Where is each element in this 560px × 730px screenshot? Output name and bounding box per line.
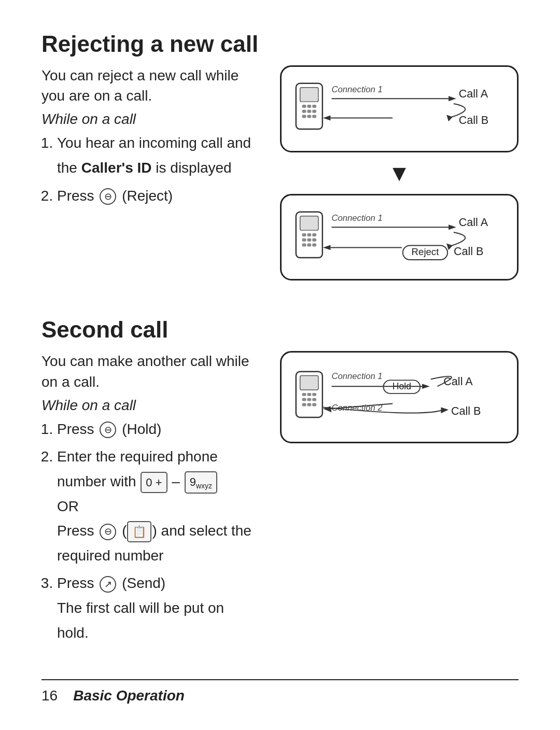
svg-rect-24	[302, 238, 306, 242]
send-button-icon[interactable]: ↗	[100, 576, 116, 593]
reject-diagram-top: Connection 1 Call A Call B	[280, 65, 519, 152]
svg-text:Connection 1: Connection 1	[331, 372, 382, 382]
svg-marker-39	[323, 245, 331, 250]
svg-marker-32	[449, 224, 456, 230]
reject-diagram-top-svg: Connection 1 Call A Call B	[291, 78, 505, 139]
reject-steps-list: You hear an incoming call and the Caller…	[57, 131, 259, 208]
reject-text-col: You can reject a new call while you are …	[41, 65, 259, 211]
svg-rect-50	[312, 403, 316, 406]
hold-button-icon[interactable]: ⊖	[100, 422, 116, 438]
second-call-step-2: Enter the required phone number with 0 +…	[57, 444, 259, 568]
svg-rect-20	[300, 216, 318, 230]
svg-text:Call A: Call A	[443, 375, 473, 388]
svg-text:Call A: Call A	[459, 87, 488, 100]
svg-rect-46	[307, 398, 311, 401]
section-divider	[41, 301, 519, 317]
second-call-text-col: You can make another call while on a cal…	[41, 351, 259, 648]
svg-text:Call B: Call B	[454, 245, 484, 258]
svg-rect-48	[302, 403, 306, 406]
footer-page-number: 16	[41, 687, 58, 704]
svg-rect-5	[302, 110, 306, 113]
svg-text:Call A: Call A	[459, 216, 488, 229]
svg-rect-42	[302, 393, 306, 396]
page-footer: 16 Basic Operation	[41, 679, 519, 704]
svg-rect-2	[302, 105, 306, 108]
svg-rect-26	[312, 238, 316, 242]
svg-rect-25	[307, 238, 311, 242]
second-call-diagram-svg: Connection 1 Hold Call A Connection 2	[291, 364, 505, 430]
reject-diagram-col: Connection 1 Call A Call B	[280, 65, 519, 280]
svg-text:Call B: Call B	[451, 404, 481, 417]
key-0: 0 +	[141, 472, 167, 493]
svg-rect-3	[307, 105, 311, 108]
svg-marker-18	[323, 116, 331, 121]
svg-rect-22	[307, 233, 311, 236]
section-second-call-title: Second call	[41, 317, 519, 343]
section-second-body: You can make another call while on a cal…	[41, 351, 519, 648]
svg-rect-47	[312, 398, 316, 401]
section-reject: Rejecting a new call You can reject a ne…	[41, 31, 519, 280]
svg-text:Connection 1: Connection 1	[331, 85, 382, 94]
svg-marker-33	[446, 243, 453, 250]
svg-rect-6	[307, 110, 311, 113]
page-content: Rejecting a new call You can reject a ne…	[0, 0, 560, 710]
caller-id-label: Caller's ID	[81, 160, 152, 176]
section-reject-body: You can reject a new call while you are …	[41, 65, 519, 280]
reject-while-label: While on a call	[41, 111, 259, 128]
menu-button-icon[interactable]: ⊖	[100, 524, 116, 540]
second-call-intro: You can make another call while on a cal…	[41, 351, 259, 391]
section-second-call: Second call You can make another call wh…	[41, 317, 519, 648]
second-call-step-3: Press ↗ (Send) The first call will be pu…	[57, 571, 259, 645]
svg-text:Call B: Call B	[459, 114, 489, 127]
svg-rect-41	[300, 376, 318, 390]
svg-rect-43	[307, 393, 311, 396]
svg-rect-27	[302, 243, 306, 246]
second-call-note: The first call will be put on hold.	[57, 600, 224, 641]
reject-step-1: You hear an incoming call and the Caller…	[57, 131, 259, 180]
svg-text:Connection 1: Connection 1	[331, 213, 382, 223]
reject-button-icon[interactable]: ⊖	[100, 188, 116, 205]
svg-rect-7	[312, 110, 316, 113]
svg-marker-14	[446, 115, 453, 122]
phonebook-icon: 📋	[127, 521, 151, 542]
down-arrow-1: ▼	[388, 162, 411, 185]
reject-intro: You can reject a new call while you are …	[41, 65, 259, 106]
second-call-diagram: Connection 1 Hold Call A Connection 2	[280, 351, 519, 443]
svg-rect-44	[312, 393, 316, 396]
svg-rect-9	[307, 115, 311, 118]
second-call-steps-list: Press ⊖ (Hold) Enter the required phone …	[57, 417, 259, 645]
footer-section-title: Basic Operation	[73, 687, 185, 704]
svg-rect-49	[307, 403, 311, 406]
svg-rect-45	[302, 398, 306, 401]
svg-rect-28	[307, 243, 311, 246]
reject-diagram-bottom: Connection 1 Call A Reject Call B	[280, 194, 519, 281]
key-9: 9wxyz	[185, 471, 217, 494]
svg-rect-21	[302, 233, 306, 236]
svg-marker-58	[441, 408, 449, 414]
second-call-while-label: While on a call	[41, 397, 259, 414]
section-reject-title: Rejecting a new call	[41, 31, 519, 57]
second-call-step-1: Press ⊖ (Hold)	[57, 417, 259, 442]
svg-rect-8	[302, 115, 306, 118]
svg-rect-1	[300, 88, 318, 102]
reject-step-2: Press ⊖ (Reject)	[57, 184, 259, 208]
svg-rect-23	[312, 233, 316, 236]
svg-marker-13	[449, 96, 456, 101]
svg-rect-10	[312, 115, 316, 118]
svg-marker-55	[422, 384, 430, 389]
svg-rect-29	[312, 243, 316, 246]
svg-rect-4	[312, 105, 316, 108]
svg-text:Reject: Reject	[412, 246, 440, 257]
reject-diagram-bottom-svg: Connection 1 Call A Reject Call B	[291, 207, 505, 268]
second-call-diagram-col: Connection 1 Hold Call A Connection 2	[280, 351, 519, 443]
